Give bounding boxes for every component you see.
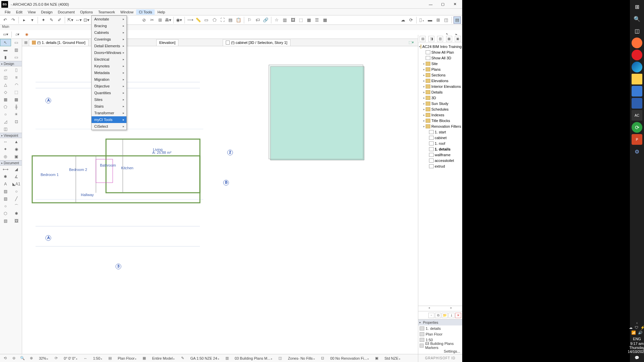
poly-tool[interactable]: ⬡ [0, 210, 11, 217]
sync-icon[interactable]: ⟳ [407, 16, 415, 24]
pick-icon[interactable]: ✎ [48, 16, 55, 24]
menu-metadata[interactable]: Metadata [92, 69, 126, 76]
angle-tool[interactable]: ∡ [11, 173, 22, 180]
distribute-icon[interactable]: ⊞ [156, 16, 164, 24]
tree-item[interactable]: ▸Schedules [419, 106, 462, 112]
box-icon[interactable]: ⬚ [297, 16, 305, 24]
tab-cabinet-3d[interactable]: (!) cabinet [3D / Selection, Story 1] [223, 39, 290, 46]
mep-tool[interactable]: ⊡ [11, 118, 22, 125]
chevron-left-icon[interactable]: ‹ [636, 321, 638, 325]
menu-teamwork[interactable]: Teamwork [96, 9, 118, 15]
fit-icon[interactable]: ⟲ [2, 355, 8, 361]
tree-item[interactable]: ▸Elevations [419, 78, 462, 83]
firefox-icon[interactable] [632, 38, 642, 48]
hatch-tool[interactable]: ▧ [0, 195, 11, 202]
tab-details[interactable]: (!) 1. details [1. Ground Floor] [29, 39, 89, 46]
arc-tool[interactable]: ⌒ [11, 202, 22, 210]
tree-item[interactable]: 1. roof [419, 140, 462, 146]
undo-icon[interactable]: ↶ [1, 16, 9, 24]
clock[interactable]: 9:17 am Thursday 14/10/2021 [628, 342, 644, 354]
tree-item[interactable]: ▸Sun Study [419, 101, 462, 106]
lang-indicator[interactable]: ENG [633, 337, 641, 341]
layer-field[interactable]: Plan Floor [116, 356, 139, 360]
menu-migration[interactable]: Migration [92, 76, 126, 83]
nav-folder-icon[interactable]: 📁 [442, 313, 448, 318]
menu-objective[interactable]: Objective [92, 83, 126, 89]
radial-tool[interactable]: ✱ [0, 173, 11, 180]
layout-icon[interactable]: ⊞ [434, 16, 442, 24]
skylight-tool[interactable]: ◇ [0, 88, 11, 96]
cloud-icon[interactable]: ☁ [399, 16, 407, 24]
reno-icon[interactable]: ⊡ [320, 355, 326, 361]
shell-tool[interactable]: ◠ [11, 81, 22, 88]
layer-sb-icon[interactable]: ▤ [107, 355, 113, 361]
fav-icon[interactable]: ☆ [273, 16, 280, 24]
menu-quantities[interactable]: Quantities [92, 89, 126, 96]
search-icon[interactable]: 🔍 [632, 13, 642, 24]
tab-elevation[interactable]: Elevation] [156, 39, 178, 46]
design-group[interactable]: Design [0, 61, 22, 66]
detail-tool[interactable]: ◎ [0, 153, 11, 160]
wifi-tray-icon[interactable]: 📶 [631, 330, 636, 335]
redo-icon[interactable]: ↷ [9, 16, 17, 24]
tree-item[interactable]: ▸3D [419, 95, 462, 101]
nav-new-icon[interactable]: ▫ [428, 313, 434, 318]
taskview-icon[interactable]: ◫ [632, 25, 642, 36]
trace-icon[interactable]: ◉ [23, 31, 31, 38]
3d-dd-icon[interactable]: ⬚▾ [409, 40, 418, 45]
column-tool[interactable]: ▮ [0, 54, 11, 61]
section-tool[interactable]: ↔ [0, 138, 11, 145]
drawing-canvas[interactable]: Bedroom 1 Bedroom 2 Bathroom Kitchen Liv… [22, 46, 418, 346]
tree-item[interactable]: ▸Site [419, 61, 462, 66]
menu-doors-windows[interactable]: Doors+Windows [92, 49, 126, 56]
menu-cabinets[interactable]: Cabinets [92, 29, 126, 36]
close-button[interactable]: ✕ [449, 1, 461, 8]
tree-item[interactable]: ▸Renovation Filters [419, 123, 462, 129]
corner-tool[interactable]: ◿ [0, 118, 11, 125]
tab-grid-icon[interactable]: ▦ [23, 40, 28, 45]
start-icon[interactable]: ⊞ [632, 1, 642, 12]
battery-tray-icon[interactable]: ⚡ [640, 325, 644, 330]
fill-tool[interactable]: ▨ [0, 188, 11, 195]
tree-item[interactable]: ▸Sections [419, 72, 462, 78]
table-icon[interactable]: ▦ [321, 16, 329, 24]
tree-item[interactable]: ▸Plans [419, 66, 462, 72]
cloud-tray-icon[interactable]: ☁ [629, 325, 633, 330]
nav-dup-icon[interactable]: ⧉ [435, 313, 441, 318]
sheet-icon[interactable]: ▥ [281, 16, 288, 24]
pen-field[interactable]: GA 1:50 NZE 24 [188, 356, 221, 360]
graphisoft-id[interactable]: GRAPHISOFT ID [418, 354, 462, 362]
snap-dd-icon[interactable]: ⊡▾ [83, 16, 90, 24]
wall-tool[interactable]: ▬ [0, 46, 11, 54]
ruler-icon[interactable]: 📏 [195, 16, 202, 24]
minimize-button[interactable]: — [425, 1, 437, 8]
menu-transformer[interactable]: Transformer [92, 110, 126, 116]
level-tool[interactable]: ◢ [11, 166, 22, 173]
tag-icon[interactable]: 🏷 [254, 16, 261, 24]
coords-field[interactable]: 0° 0' 0" [62, 356, 79, 360]
beam-tool[interactable]: ▭ [11, 54, 22, 61]
menu-document[interactable]: Document [55, 9, 77, 15]
menu-electrical[interactable]: Electrical [92, 56, 126, 63]
arrow-tool[interactable]: ↖ [0, 39, 11, 46]
panel-icon[interactable]: ▤ [453, 16, 461, 24]
eyedrop-icon[interactable]: ✐ [56, 16, 63, 24]
model-field[interactable]: Entire Model [150, 356, 177, 360]
menu-file[interactable]: File [2, 9, 13, 15]
opera-icon[interactable] [632, 50, 642, 60]
arrow-dd-icon[interactable]: ⇱▾ [67, 16, 74, 24]
scale-field[interactable]: 1:50 [91, 356, 104, 360]
object-tool[interactable]: ⬚ [11, 88, 22, 96]
tree-item[interactable]: ▸Title Blocks [419, 118, 462, 123]
change-tool[interactable]: ○ [11, 188, 22, 195]
volume-tray-icon[interactable]: 🔊 [638, 330, 643, 335]
reno-field[interactable]: 00 No Renovation Fi... [328, 356, 371, 360]
nav-project-icon[interactable]: ▤ [420, 36, 426, 42]
menu-view[interactable]: View [25, 9, 39, 15]
properties-header[interactable]: Properties [418, 319, 462, 325]
nav-delete-icon[interactable]: ✕ [455, 313, 461, 318]
menu-bracing[interactable]: Bracing [92, 22, 126, 29]
menu-help[interactable]: Help [155, 9, 168, 15]
security-tray-icon[interactable]: 🛡 [635, 325, 638, 330]
elevation-tool[interactable]: ▲ [11, 138, 22, 145]
